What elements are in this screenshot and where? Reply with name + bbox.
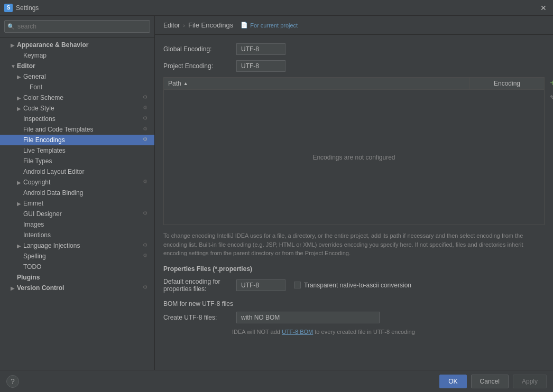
sidebar-item-label: Keymap [23, 52, 150, 59]
col-path-header[interactable]: Path ▲ [164, 78, 470, 89]
sidebar-item-plugins[interactable]: Plugins [0, 272, 154, 283]
sidebar-item-images[interactable]: Images [0, 219, 154, 230]
transparent-checkbox-row: Transparent native-to-ascii conversion [294, 282, 411, 289]
bom-title: BOM for new UTF-8 files [163, 300, 545, 307]
expand-arrow: ▶ [17, 74, 23, 80]
sort-arrow: ▲ [183, 81, 188, 86]
project-encoding-label: Project Encoding: [163, 62, 232, 70]
bom-dropdown[interactable]: with NO BOM with BOM with BOM on Windows… [236, 312, 380, 323]
project-encoding-dropdown[interactable]: UTF-8 UTF-16 ISO-8859-1 [236, 60, 285, 72]
sidebar-item-gui-designer[interactable]: GUI Designer ⚙ [0, 209, 154, 219]
document-icon: 📄 [241, 22, 248, 29]
search-box: 🔍 [0, 16, 154, 38]
sidebar-item-label: Android Data Binding [23, 189, 150, 197]
empty-text: Encodings are not configured [312, 154, 395, 161]
sidebar-item-label: General [23, 73, 150, 80]
bom-info: IDEA will NOT add UTF-8 BOM to every cre… [163, 329, 545, 335]
sidebar-item-emmet[interactable]: ▶ Emmet [0, 198, 154, 209]
bom-dropdown-wrapper: with NO BOM with BOM with BOM on Windows… [236, 312, 380, 323]
sidebar-item-intentions[interactable]: Intentions [0, 230, 154, 240]
global-encoding-dropdown[interactable]: UTF-8 UTF-16 ISO-8859-1 [236, 43, 285, 55]
create-label: Create UTF-8 files: [163, 314, 232, 321]
sidebar-item-label: Font [30, 83, 150, 91]
default-encoding-label: Default encoding for properties files: [163, 278, 232, 293]
for-current-project-link[interactable]: 📄 For current project [241, 22, 298, 29]
sidebar-item-android-data[interactable]: Android Data Binding [0, 188, 154, 198]
sidebar-item-appearance[interactable]: ▶ Appearance & Behavior [0, 40, 154, 50]
properties-section: Properties Files (*.properties) Default … [163, 265, 545, 293]
breadcrumb-arrow: › [183, 22, 185, 29]
close-button[interactable]: ✕ [538, 3, 549, 13]
sidebar-item-lang-injections[interactable]: ▶ Language Injections ⚙ [0, 240, 154, 251]
expand-arrow: ▶ [17, 106, 23, 111]
sidebar-item-font[interactable]: Font [0, 82, 154, 92]
breadcrumb-editor: Editor [163, 22, 180, 29]
breadcrumb-current: File Encodings [188, 21, 233, 29]
config-icon: ⚙ [143, 136, 150, 144]
sidebar-item-inspections[interactable]: Inspections ⚙ [0, 114, 154, 124]
edit-encoding-button[interactable]: ✎ [547, 92, 553, 104]
config-icon: ⚙ [143, 94, 150, 101]
sidebar-item-color-scheme[interactable]: ▶ Color Scheme ⚙ [0, 92, 154, 103]
sidebar-item-todo[interactable]: TODO [0, 262, 154, 272]
transparent-checkbox[interactable] [294, 282, 301, 288]
table-empty-state: Encodings are not configured [164, 90, 544, 225]
sidebar-item-spelling[interactable]: Spelling ⚙ [0, 251, 154, 262]
sidebar-item-file-code-templates[interactable]: File and Code Templates ⚙ [0, 124, 154, 135]
sidebar-item-keymap[interactable]: Keymap [0, 50, 154, 61]
settings-tree: ▶ Appearance & Behavior Keymap ▼ Editor … [0, 38, 154, 370]
encodings-table-container: Path ▲ Encoding Encodings are not config… [163, 77, 545, 225]
expand-arrow: ▼ [11, 63, 17, 69]
cancel-button[interactable]: Cancel [471, 375, 509, 388]
sidebar: 🔍 ▶ Appearance & Behavior Keymap ▼ [0, 16, 155, 370]
config-icon: ⚙ [143, 284, 150, 292]
expand-arrow: ▶ [11, 285, 17, 291]
sidebar-item-label: Copyright [23, 179, 143, 186]
global-encoding-dropdown-wrapper: UTF-8 UTF-16 ISO-8859-1 [236, 43, 285, 55]
config-icon: ⚙ [143, 242, 150, 249]
config-icon: ⚙ [143, 210, 150, 218]
config-icon: ⚙ [143, 126, 150, 133]
config-icon: ⚙ [143, 105, 150, 112]
sidebar-item-live-templates[interactable]: Live Templates [0, 145, 154, 156]
expand-arrow: ▶ [17, 180, 23, 185]
main-content: 🔍 ▶ Appearance & Behavior Keymap ▼ [0, 16, 553, 370]
sidebar-item-general[interactable]: ▶ General [0, 71, 154, 82]
expand-arrow: ▶ [17, 95, 23, 101]
sidebar-item-file-encodings[interactable]: File Encodings ⚙ [0, 135, 154, 145]
sidebar-item-label: Language Injections [23, 242, 143, 249]
sidebar-item-editor[interactable]: ▼ Editor [0, 61, 154, 71]
expand-arrow: ▶ [17, 243, 23, 249]
window-title: Settings [16, 4, 538, 12]
apply-button[interactable]: Apply [513, 375, 547, 388]
sidebar-item-code-style[interactable]: ▶ Code Style ⚙ [0, 103, 154, 114]
sidebar-item-label: Editor [17, 62, 150, 70]
project-encoding-dropdown-wrapper: UTF-8 UTF-16 ISO-8859-1 [236, 60, 285, 72]
bom-section: BOM for new UTF-8 files Create UTF-8 fil… [163, 300, 545, 335]
table-header: Path ▲ Encoding [164, 78, 544, 90]
expand-arrow: ▶ [11, 42, 17, 48]
utf8-bom-link[interactable]: UTF-8 BOM [282, 329, 313, 335]
project-encoding-row: Project Encoding: UTF-8 UTF-16 ISO-8859-… [163, 60, 545, 72]
title-bar: S Settings ✕ [0, 0, 553, 16]
sidebar-item-android-layout[interactable]: Android Layout Editor [0, 166, 154, 177]
add-encoding-button[interactable]: + [547, 77, 553, 89]
sidebar-item-label: File Encodings [23, 136, 143, 144]
global-encoding-label: Global Encoding: [163, 45, 232, 53]
sidebar-item-version-control[interactable]: ▶ Version Control ⚙ [0, 283, 154, 293]
properties-encoding-dropdown-wrapper: UTF-8 UTF-16 ISO-8859-1 [236, 279, 285, 291]
sidebar-item-label: Color Scheme [23, 94, 143, 101]
bottom-bar: ? OK Cancel Apply [0, 370, 553, 392]
sidebar-item-label: File and Code Templates [23, 126, 143, 133]
col-encoding-header[interactable]: Encoding [470, 78, 544, 89]
sidebar-item-label: TODO [23, 263, 150, 270]
properties-encoding-dropdown[interactable]: UTF-8 UTF-16 ISO-8859-1 [236, 279, 285, 291]
search-input[interactable] [4, 20, 150, 33]
sidebar-item-label: Appearance & Behavior [17, 41, 150, 49]
search-wrapper: 🔍 [4, 20, 150, 33]
ok-button[interactable]: OK [439, 375, 466, 388]
help-button[interactable]: ? [6, 375, 19, 388]
sidebar-item-file-types[interactable]: File Types [0, 156, 154, 166]
sidebar-item-label: Inspections [23, 115, 143, 123]
sidebar-item-copyright[interactable]: ▶ Copyright ⚙ [0, 177, 154, 188]
